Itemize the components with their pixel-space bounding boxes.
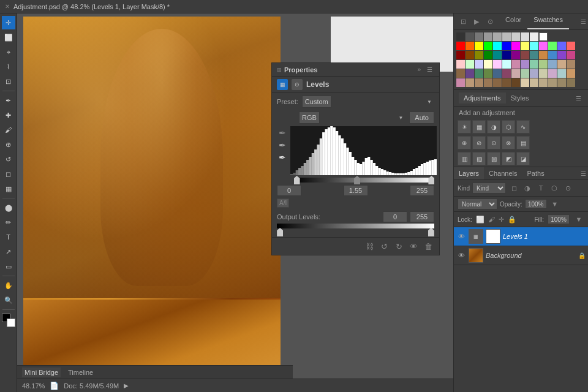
invert-btn[interactable]: ▥ bbox=[458, 152, 471, 165]
close-button[interactable]: ✕ bbox=[5, 3, 10, 10]
swatch[interactable] bbox=[548, 42, 557, 50]
swatch[interactable] bbox=[530, 78, 538, 87]
color-tab[interactable]: Color bbox=[499, 13, 527, 29]
dodge-tool[interactable]: ⬤ bbox=[2, 201, 15, 214]
swatch[interactable] bbox=[548, 51, 557, 59]
swatch[interactable] bbox=[493, 60, 502, 69]
swatch[interactable] bbox=[484, 69, 492, 78]
swatch[interactable] bbox=[456, 78, 465, 87]
swatch[interactable] bbox=[511, 32, 520, 41]
exposure-btn[interactable]: ⬡ bbox=[502, 120, 515, 134]
swatch[interactable] bbox=[548, 69, 557, 78]
swatch[interactable] bbox=[493, 32, 502, 41]
output-shadow-thumb[interactable] bbox=[277, 228, 283, 236]
output-min-input[interactable]: 0 bbox=[383, 211, 407, 222]
swatch-white[interactable] bbox=[539, 32, 548, 41]
swatch-green[interactable] bbox=[484, 42, 492, 50]
swatch[interactable] bbox=[466, 78, 474, 87]
swatch[interactable] bbox=[530, 60, 538, 69]
kind-select[interactable]: Kind bbox=[472, 183, 506, 194]
eraser-tool[interactable]: ◻ bbox=[2, 167, 15, 181]
redo-button[interactable]: ↻ bbox=[393, 240, 405, 252]
swatch[interactable] bbox=[493, 51, 502, 59]
swatch[interactable] bbox=[567, 78, 575, 87]
swatch[interactable] bbox=[530, 32, 538, 41]
swatch[interactable] bbox=[567, 60, 575, 69]
foreground-background[interactable] bbox=[2, 314, 15, 327]
swatch[interactable] bbox=[493, 69, 502, 78]
swatch[interactable] bbox=[475, 69, 483, 78]
swatch[interactable] bbox=[539, 69, 548, 78]
swatch[interactable] bbox=[521, 32, 529, 41]
swatch[interactable] bbox=[484, 32, 492, 41]
swatch[interactable] bbox=[484, 51, 492, 59]
swatch[interactable] bbox=[466, 60, 474, 69]
threshold-btn[interactable]: ▨ bbox=[487, 152, 500, 165]
midtone-slider-thumb[interactable] bbox=[354, 176, 360, 184]
swatch[interactable] bbox=[539, 60, 548, 69]
swatch[interactable] bbox=[502, 78, 511, 87]
path-select-tool[interactable]: ↗ bbox=[2, 245, 15, 258]
paths-tab[interactable]: Paths bbox=[522, 167, 549, 179]
layer-visibility-levels[interactable]: 👁 bbox=[456, 232, 466, 241]
pen-tool[interactable]: ✏ bbox=[2, 216, 15, 229]
styles-tab[interactable]: Styles bbox=[506, 92, 534, 104]
input-levels-slider[interactable] bbox=[294, 178, 434, 183]
layers-menu-button[interactable]: ☰ bbox=[579, 170, 588, 178]
swatch[interactable] bbox=[475, 32, 483, 41]
history-brush-tool[interactable]: ↺ bbox=[2, 153, 15, 166]
layers-tab[interactable]: Layers bbox=[454, 167, 484, 179]
swatch[interactable] bbox=[530, 51, 538, 59]
shadow-slider-thumb[interactable] bbox=[294, 176, 300, 184]
right-panel-icon1[interactable]: ⊡ bbox=[456, 15, 470, 28]
clone-tool[interactable]: ⊕ bbox=[2, 138, 15, 151]
black-white-btn[interactable]: ⊙ bbox=[487, 136, 500, 149]
swatch[interactable] bbox=[511, 78, 520, 87]
swatch[interactable] bbox=[475, 51, 483, 59]
layer-item-background[interactable]: 👁 Background 🔒 bbox=[454, 246, 588, 265]
marquee-tool[interactable]: ⬜ bbox=[2, 31, 15, 44]
type-tool[interactable]: T bbox=[2, 230, 15, 244]
curves-btn[interactable]: ◑ bbox=[487, 120, 500, 134]
shadows-input[interactable]: 0 bbox=[277, 185, 301, 196]
swatch[interactable] bbox=[484, 78, 492, 87]
swatch-blue[interactable] bbox=[502, 42, 511, 50]
black-point-eyedropper[interactable]: ✒ bbox=[277, 127, 288, 138]
panel-menu-button[interactable]: ☰ bbox=[425, 66, 434, 74]
swatch-yellow[interactable] bbox=[475, 42, 483, 50]
move-tool[interactable]: ✛ bbox=[2, 16, 15, 29]
clip-mode-icon[interactable]: A/I bbox=[277, 198, 289, 208]
levels-btn[interactable]: ▦ bbox=[472, 120, 486, 134]
hue-sat-btn[interactable]: ⊕ bbox=[458, 136, 471, 149]
curves-tab-icon[interactable]: ⊙ bbox=[292, 79, 303, 90]
swatch[interactable] bbox=[539, 78, 548, 87]
eyedropper-tool[interactable]: ✒ bbox=[2, 94, 15, 107]
lock-all-btn[interactable]: 🔒 bbox=[508, 216, 516, 224]
swatch[interactable] bbox=[539, 51, 548, 59]
status-arrow[interactable]: ▶ bbox=[124, 382, 129, 389]
swatch[interactable] bbox=[548, 78, 557, 87]
healing-tool[interactable]: ✚ bbox=[2, 108, 15, 122]
auto-button[interactable]: Auto bbox=[409, 111, 434, 124]
swatch[interactable] bbox=[521, 51, 529, 59]
layer-item-levels[interactable]: 👁 ▦ Levels 1 bbox=[454, 227, 588, 246]
swatch[interactable] bbox=[484, 60, 492, 69]
right-panel-play[interactable]: ▶ bbox=[470, 15, 483, 28]
adjustments-menu-button[interactable]: ☰ bbox=[574, 94, 583, 102]
swatches-menu-button[interactable]: ☰ bbox=[579, 18, 588, 26]
lock-position-btn[interactable]: ✛ bbox=[499, 216, 504, 224]
swatch[interactable] bbox=[557, 42, 566, 50]
swatch[interactable] bbox=[456, 51, 465, 59]
channel-mixer-btn[interactable]: ▤ bbox=[516, 136, 530, 149]
swatch[interactable] bbox=[557, 51, 566, 59]
output-slider[interactable] bbox=[277, 230, 434, 235]
swatch[interactable] bbox=[466, 69, 474, 78]
link-layers-button[interactable]: ⛓ bbox=[363, 240, 375, 252]
swatch[interactable] bbox=[475, 60, 483, 69]
blend-mode-select[interactable]: Normal bbox=[458, 198, 497, 209]
opacity-input[interactable]: 100% bbox=[525, 199, 547, 209]
swatch[interactable] bbox=[548, 60, 557, 69]
lock-pixels-btn[interactable]: ⬜ bbox=[476, 216, 484, 224]
channels-tab[interactable]: Channels bbox=[484, 167, 522, 179]
swatch[interactable] bbox=[511, 51, 520, 59]
